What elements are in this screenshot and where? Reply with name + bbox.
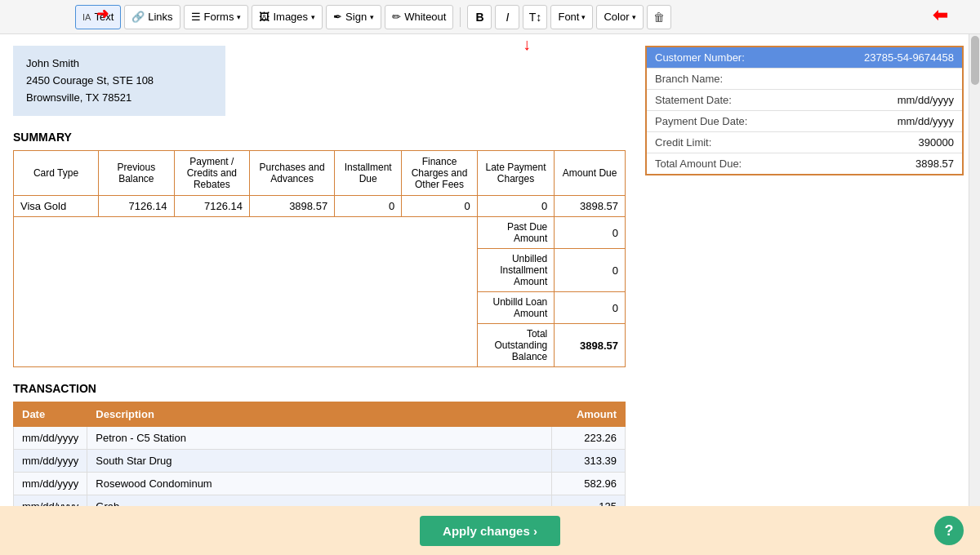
empty-cell-3 [14,292,478,324]
bold-label: B [475,11,483,24]
row-purchases: 3898.57 [250,196,335,217]
transaction-table: Date Description Amount mm/dd/yyyy Petro… [13,402,626,506]
bold-button[interactable]: B [467,5,492,29]
col-purchases: Purchases and Advances [250,151,335,196]
transaction-amount: 223.26 [552,427,626,450]
italic-label: I [506,11,509,24]
forms-icon: ☰ [191,11,201,23]
help-button[interactable]: ? [934,516,964,545]
summary-unbilled-installment-row: Unbilled Installment Amount 0 [14,249,626,292]
font-dropdown[interactable]: Font ▾ [550,5,593,29]
images-tool-button[interactable]: 🖼 Images ▾ [252,5,323,29]
transaction-amount-header: Amount [552,402,626,427]
row-installment: 0 [335,196,402,217]
info-value: mm/dd/yyyy [898,115,954,127]
links-icon: 🔗 [131,11,145,23]
info-value: mm/dd/yyyy [898,94,954,106]
transaction-description: South Star Drug [87,450,552,473]
info-label: Customer Number: [655,51,745,64]
row-payment-credits: 7126.14 [174,196,250,217]
color-dropdown-arrow: ▾ [632,13,636,21]
scrollbar-thumb[interactable] [971,36,979,85]
toolbar-separator-1 [460,7,461,27]
delete-icon: 🗑 [653,11,665,24]
summary-title: SUMMARY [13,131,626,144]
row-amount-due: 3898.57 [555,196,626,217]
transaction-title: TRANSACTION [13,382,626,395]
delete-button[interactable]: 🗑 [647,5,671,29]
col-installment: Installment Due [335,151,402,196]
transaction-date: mm/dd/yyyy [14,495,87,506]
transaction-date: mm/dd/yyyy [14,473,87,495]
past-due-value: 0 [555,217,626,249]
text-size-button[interactable]: T↕ [523,5,547,29]
address-box: John Smith 2450 Courage St, STE 108 Brow… [13,46,225,116]
transaction-row: mm/dd/yyyy Grab 125 [14,495,626,506]
info-label: Statement Date: [655,94,732,106]
text-tool-label: Text [94,11,114,23]
transaction-body: mm/dd/yyyy Petron - C5 Station 223.26 mm… [14,427,626,506]
unbilled-installment-value: 0 [555,249,626,292]
whiteout-tool-button[interactable]: ✏ Whiteout [385,5,453,29]
sign-icon: ✒ [333,11,342,23]
info-box-row: Payment Due Date:mm/dd/yyyy [647,111,962,132]
total-outstanding-value: 3898.57 [555,324,626,367]
apply-changes-button[interactable]: Apply changes › [420,516,560,546]
sign-label: Sign [345,11,367,23]
unbilled-loan-value: 0 [555,292,626,324]
transaction-date: mm/dd/yyyy [14,450,87,473]
info-label: Total Amount Due: [655,158,742,170]
forms-tool-button[interactable]: ☰ Forms ▾ [184,5,249,29]
text-size-label: T↕ [529,11,542,24]
images-label: Images [273,11,308,23]
scrollbar[interactable] [969,34,980,506]
ia-text-icon: IA [82,12,91,22]
unbilled-installment-label: Unbilled Installment Amount [477,249,554,292]
images-icon: 🖼 [259,11,270,23]
summary-past-due-row: Past Due Amount 0 [14,217,626,249]
bottom-bar: Apply changes › ? [0,506,980,555]
info-value: 23785-54-9674458 [864,51,954,64]
row-finance-charges: 0 [402,196,478,217]
links-label: Links [148,11,172,23]
row-card-type: Visa Gold [14,196,99,217]
row-late-payment: 0 [477,196,554,217]
info-label: Credit Limit: [655,136,711,149]
transaction-date-header: Date [14,402,87,427]
summary-data-row: Visa Gold 7126.14 7126.14 3898.57 0 0 0 … [14,196,626,217]
col-finance-charges: Finance Charges and Other Fees [402,151,478,196]
empty-cell-4 [14,324,478,367]
color-dropdown[interactable]: Color ▾ [596,5,643,29]
info-label: Branch Name: [655,73,723,85]
info-value: 3898.57 [915,158,954,170]
transaction-row: mm/dd/yyyy South Star Drug 313.39 [14,450,626,473]
info-label: Payment Due Date: [655,115,747,127]
address-line1: 2450 Courage St, STE 108 [26,73,212,90]
transaction-amount: 125 [552,495,626,506]
links-tool-button[interactable]: 🔗 Links [124,5,180,29]
info-box-row: Credit Limit:390000 [647,132,962,153]
sign-tool-button[interactable]: ✒ Sign ▾ [326,5,381,29]
summary-table: Card Type Previous Balance Payment / Cre… [13,150,626,367]
summary-unbilled-loan-row: Unbilld Loan Amount 0 [14,292,626,324]
forms-label: Forms [204,11,234,23]
info-box: Customer Number:23785-54-9674458Branch N… [645,46,964,175]
transaction-description-header: Description [87,402,552,427]
summary-total-outstanding-row: Total Outstanding Balance 3898.57 [14,324,626,367]
empty-cell-1 [14,217,478,249]
red-arrow-right-indicator: ⬅ [933,5,947,26]
unbilled-loan-label: Unbilld Loan Amount [477,292,554,324]
text-tool-button[interactable]: IA Text [75,5,121,29]
past-due-label: Past Due Amount [477,217,554,249]
apply-changes-label: Apply changes › [443,524,537,538]
col-prev-balance: Previous Balance [99,151,175,196]
transaction-section: TRANSACTION Date Description Amount mm/d… [13,382,626,506]
transaction-amount: 313.39 [552,450,626,473]
forms-dropdown-arrow: ▾ [237,13,241,21]
info-box-row: Total Amount Due:3898.57 [647,153,962,174]
transaction-date: mm/dd/yyyy [14,427,87,450]
total-outstanding-label: Total Outstanding Balance [477,324,554,367]
help-icon: ? [945,522,954,539]
transaction-row: mm/dd/yyyy Rosewood Condominum 582.96 [14,473,626,495]
italic-button[interactable]: I [495,5,519,29]
